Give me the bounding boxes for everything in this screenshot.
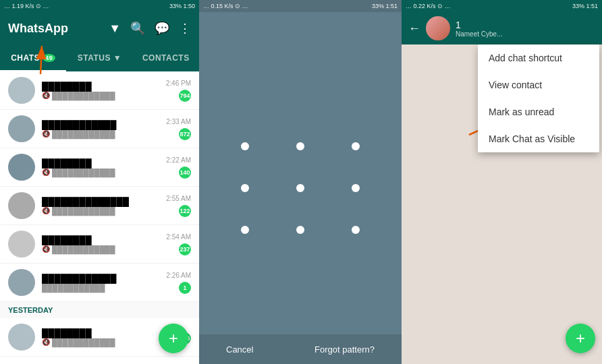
tab-chats[interactable]: CHATS 49	[0, 44, 66, 71]
pattern-bottom-bar: Cancel Forgot pattern?	[199, 334, 402, 364]
chat-preview: 🔇 ████████████	[42, 338, 172, 346]
unread-badge: 1	[179, 282, 191, 294]
chat-content: ██████████████ 🔇 ████████████	[42, 197, 159, 215]
mute-icon: 🔇	[42, 169, 50, 176]
mute-icon: 🔇	[42, 245, 50, 253]
chat-preview: 🔇 ████████████	[42, 245, 159, 253]
chat-meta: 2:55 AM 122	[166, 195, 191, 217]
header-icons: ▼ 🔍 💬 ⋮	[109, 21, 191, 36]
chat-item[interactable]: ████████████ 🔇 ████████████ 2:33 AM 872	[0, 110, 199, 148]
avatar	[8, 231, 35, 257]
avatar	[8, 269, 35, 296]
chat-meta: 2:46 PM 794	[166, 80, 191, 102]
chat-preview: 🔇 ████████████	[42, 130, 159, 138]
chat-content: ████████ 🔇 ████████████	[42, 328, 172, 346]
chat-meta: 2:54 AM 237	[166, 233, 191, 255]
pattern-dot	[296, 142, 304, 150]
chat-time: 2:22 AM	[166, 156, 191, 164]
whatsapp-header: WhatsApp ▼ 🔍 💬 ⋮	[0, 12, 199, 44]
contact-name: 1	[456, 20, 595, 30]
mark-chat-visible-item[interactable]: Mark Chat as Visible	[478, 125, 599, 152]
app-title: WhatsApp	[8, 22, 68, 36]
preview-text: ████████████	[52, 92, 115, 100]
chat-meta: 2:26 AM 1	[166, 272, 191, 294]
chat-name: ████████	[42, 158, 159, 169]
status-left-2: … 0.15 K/s ⊙ …	[203, 3, 248, 9]
cancel-button[interactable]: Cancel	[226, 344, 253, 355]
more-icon[interactable]: ⋮	[179, 21, 191, 36]
chat-name: ████████	[42, 82, 159, 92]
preview-text: ████████████	[52, 207, 115, 215]
unread-badge: 794	[179, 90, 191, 102]
chat-content: ████████ 🔇 ████████████	[42, 235, 159, 253]
new-chat-fab[interactable]: +	[159, 324, 188, 353]
tab-contacts[interactable]: CONTACTS	[133, 44, 199, 71]
unread-badge: 872	[179, 128, 191, 140]
status-bar-3: … 0.22 K/s ⊙ … 33% 1:51	[402, 0, 602, 12]
contact-preview: Nameet Cybe...	[456, 30, 595, 38]
mute-icon: 🔇	[42, 130, 50, 138]
status-bar-2: … 0.15 K/s ⊙ … 33% 1:51	[199, 0, 402, 12]
pattern-dot	[352, 226, 360, 234]
status-bar-1: … 1.19 K/s ⊙ … 33% 1:50	[0, 0, 199, 12]
chat-item[interactable]: ██████████████ 🔇 ████████████ 2:55 AM 12…	[0, 187, 199, 225]
avatar-image	[426, 16, 450, 40]
mute-icon: 🔇	[42, 338, 50, 346]
forgot-pattern-button[interactable]: Forgot pattern?	[314, 344, 375, 355]
status-right-3: 33% 1:51	[572, 3, 598, 9]
chat-time: 2:46 PM	[166, 80, 191, 87]
pattern-dot	[352, 142, 360, 150]
avatar	[8, 115, 35, 142]
pattern-dot	[241, 226, 249, 234]
chat-name: ████████████	[42, 274, 159, 284]
status-left-1: … 1.19 K/s ⊙ …	[4, 3, 49, 9]
chat-name: ████████	[42, 235, 159, 245]
chat-item[interactable]: ████████ 🔇 ████████████ 2:54 AM 237	[0, 225, 199, 264]
chat-item[interactable]: ████████ 🔇 ████████████ 2:22 AM 140	[0, 148, 199, 187]
pattern-row-1	[241, 142, 360, 150]
preview-text: ████████████	[42, 284, 105, 292]
preview-text: ████████████	[52, 130, 115, 138]
compose-fab[interactable]: +	[566, 324, 595, 353]
mark-as-unread-item[interactable]: Mark as unread	[478, 98, 599, 125]
search-icon[interactable]: 🔍	[130, 21, 145, 36]
chat-preview: 🔇 ████████████	[42, 207, 159, 215]
chat-preview: 🔇 ████████████	[42, 92, 159, 100]
chat-list: ████████ 🔇 ████████████ 2:46 PM 794 ████…	[0, 71, 199, 364]
tabs-bar: CHATS 49 STATUS ▼ CONTACTS	[0, 44, 199, 71]
chat-name: ████████	[42, 328, 172, 338]
pattern-dot	[296, 184, 304, 192]
chat-item[interactable]: ████████ 🔇 ████████████ 2:46 PM 794	[0, 71, 199, 110]
preview-text: ████████████	[52, 245, 115, 253]
contact-avatar[interactable]	[426, 16, 450, 40]
panel-lock: … 0.15 K/s ⊙ … 33% 1:51 Cancel Forgot pa…	[199, 0, 402, 364]
chats-badge: 49	[43, 54, 55, 62]
chat-content: ████████████ 🔇 ████████████	[42, 120, 159, 138]
chat-time: 2:54 AM	[166, 233, 191, 241]
pattern-dot	[241, 184, 249, 192]
new-chat-icon[interactable]: 💬	[155, 21, 169, 36]
back-button[interactable]: ←	[408, 22, 420, 36]
compose-fab-icon: +	[576, 329, 585, 348]
chat-meta: 2:33 AM 872	[166, 118, 191, 140]
context-menu: Add chat shortcut View contact Mark as u…	[478, 44, 599, 152]
tab-status[interactable]: STATUS ▼	[66, 44, 132, 71]
chat-content: ████████ 🔇 ████████████	[42, 82, 159, 100]
avatar	[8, 154, 35, 181]
wifi-icon: ▼	[109, 22, 121, 36]
add-chat-shortcut-item[interactable]: Add chat shortcut	[478, 44, 599, 71]
view-contact-item[interactable]: View contact	[478, 71, 599, 98]
chats-tab-label: CHATS	[11, 53, 40, 63]
panel-chat: … 0.22 K/s ⊙ … 33% 1:51 ← 1 Nameet Cybe.…	[402, 0, 602, 364]
contacts-tab-label: CONTACTS	[142, 53, 190, 63]
avatar	[8, 192, 35, 219]
unread-badge: 237	[179, 243, 191, 255]
unread-badge: 140	[179, 166, 191, 179]
pattern-row-3	[241, 226, 360, 234]
chat-preview: 🔇 ████████████	[42, 169, 159, 177]
chat-name: ████████████	[42, 120, 159, 130]
status-tab-label: STATUS ▼	[78, 53, 121, 63]
chat-item[interactable]: ████████████ ████████████ 2:26 AM 1	[0, 264, 199, 302]
mute-icon: 🔇	[42, 207, 50, 214]
fab-icon: +	[169, 329, 178, 348]
